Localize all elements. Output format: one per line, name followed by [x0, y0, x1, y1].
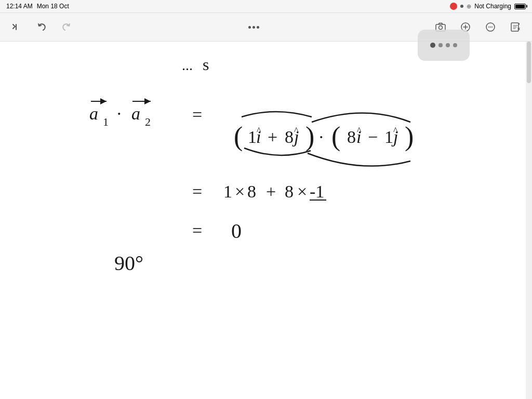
battery-icon [514, 4, 526, 9]
i-unit-2: i [356, 127, 361, 147]
plus-sign-1: + [268, 127, 277, 147]
coeff-1i: 1 [248, 127, 257, 147]
right-paren-2: ) [405, 122, 414, 152]
record-icon [450, 3, 457, 10]
wifi-dot-icon [460, 5, 463, 8]
svg-point-1 [439, 26, 443, 30]
oval-top [242, 112, 312, 117]
redo-icon [61, 21, 72, 33]
status-bar: 12:14 AM Mon 18 Oct ⊕ Not Charging [0, 0, 532, 13]
zero-result: 0 [231, 219, 242, 243]
dot2 [252, 26, 255, 29]
dot-menu[interactable] [248, 26, 259, 29]
plus-sign-2: + [266, 182, 276, 201]
coeff-8j: 8 [285, 127, 294, 147]
scrollbar-thumb[interactable] [527, 42, 531, 83]
collapse-icon [11, 21, 22, 33]
redo-button[interactable] [58, 19, 75, 35]
i-unit-1: i [256, 127, 261, 147]
dot-operator-1: · [117, 104, 122, 123]
status-right: ⊕ Not Charging [450, 3, 526, 10]
svg-text:2: 2 [145, 115, 151, 128]
content-area[interactable]: s ... a 1 · a 2 = ( [0, 42, 526, 399]
vector-a2: a 2 [131, 101, 151, 128]
svg-point-4 [488, 26, 489, 28]
ninety-degrees: 90° [114, 251, 143, 275]
svg-point-5 [490, 26, 491, 28]
new-note-button[interactable] [507, 19, 524, 35]
toolbar [0, 13, 532, 42]
palette-dot-2 [438, 43, 443, 47]
status-left: 12:14 AM Mon 18 Oct [6, 3, 69, 10]
vector-a1: a 1 [89, 101, 109, 128]
one-coeff: 1 [223, 182, 232, 201]
svg-point-6 [491, 26, 493, 28]
times-2: × [297, 182, 307, 201]
math-svg: s ... a 1 · a 2 = ( [0, 42, 526, 399]
dot-operator-2: · [319, 127, 324, 147]
times-1: × [235, 182, 245, 201]
collapse-button[interactable] [8, 19, 25, 35]
signal-icon: ⊕ [467, 3, 471, 10]
dot1 [248, 26, 251, 29]
svg-text:1: 1 [103, 115, 109, 128]
left-paren-1: ( [234, 122, 243, 152]
right-paren-1: ) [305, 122, 314, 152]
equals-2: = [192, 182, 202, 201]
undo-icon [36, 21, 47, 33]
minus-sign: − [368, 127, 378, 147]
scrollbar[interactable] [526, 42, 532, 399]
bracket-curve-bottom [308, 153, 410, 166]
palette-dot-1 [430, 43, 435, 48]
left-paren-2: ( [331, 122, 340, 152]
oval-bottom [244, 148, 311, 155]
new-note-icon [510, 21, 521, 33]
top-partial-text: s [203, 55, 209, 74]
undo-button[interactable] [33, 19, 50, 35]
toolbar-center [248, 26, 259, 29]
palette-dot-4 [453, 43, 457, 47]
eight-coeff: 8 [247, 182, 256, 201]
more-button[interactable] [482, 19, 499, 35]
coeff-8i: 8 [347, 127, 356, 147]
math-content: s ... a 1 · a 2 = ( [0, 42, 526, 399]
tool-palette[interactable] [418, 30, 470, 61]
top-dots: ... [182, 57, 193, 73]
time-display: 12:14 AM [6, 3, 33, 10]
palette-dot-3 [446, 43, 450, 47]
more-icon [485, 21, 496, 33]
equals-1: = [192, 105, 202, 124]
svg-text:a: a [89, 104, 98, 123]
battery-status-label: Not Charging [474, 3, 511, 10]
equals-3: = [192, 221, 202, 240]
palette-dot-group [430, 43, 457, 48]
toolbar-left [8, 19, 75, 35]
minus-1: -1 [310, 182, 324, 201]
coeff-1j: 1 [384, 127, 393, 147]
bracket-curve [312, 113, 410, 123]
battery-fill [515, 5, 525, 8]
eight-coeff-2: 8 [285, 182, 294, 201]
dot3 [257, 26, 259, 29]
date-display: Mon 18 Oct [37, 3, 69, 10]
svg-text:a: a [131, 104, 140, 123]
